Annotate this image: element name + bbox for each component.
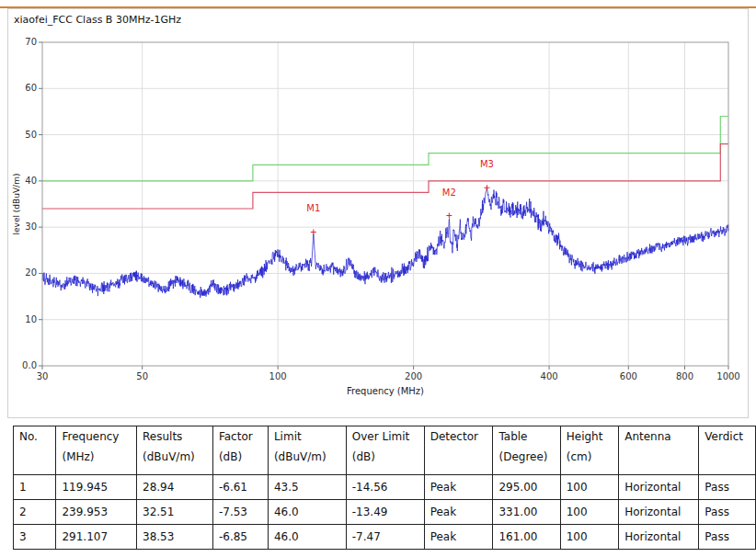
x-tick-label: 50	[136, 371, 148, 381]
table-cell: 32.51	[137, 500, 213, 525]
y-tick-label: 40	[25, 176, 37, 186]
column-unit: (Degree)	[498, 450, 554, 463]
table-cell: 43.5	[268, 475, 346, 500]
results-table-header: No.Frequency(MHz)Results(dBuV/m)Factor(d…	[14, 426, 756, 475]
table-cell: 239.953	[56, 500, 137, 525]
table-cell: 3	[14, 525, 56, 550]
y-axis-label: level (dBuV/m)	[12, 174, 21, 235]
column-unit: (dB)	[352, 450, 418, 463]
column-title: No.	[19, 430, 38, 443]
table-cell: 38.53	[137, 525, 213, 550]
table-cell: 291.107	[56, 525, 137, 550]
column-title: Limit	[274, 430, 302, 443]
column-header: Detector	[424, 426, 493, 475]
column-header: Over Limit(dB)	[346, 426, 424, 475]
y-tick-label: 30	[25, 222, 37, 232]
column-unit: (dB)	[219, 450, 262, 463]
column-title: Verdict	[704, 430, 743, 443]
marker-M2-label: M2	[442, 188, 456, 198]
table-cell: Peak	[424, 475, 493, 500]
y-tick-label: 60	[25, 83, 37, 93]
table-cell: 295.00	[493, 475, 560, 500]
x-tick-label: 800	[676, 371, 693, 381]
table-cell: 46.0	[268, 525, 346, 550]
column-title: Height	[567, 430, 603, 443]
column-header: Height(cm)	[560, 426, 618, 475]
table-cell: Peak	[424, 500, 493, 525]
x-tick-label: 100	[269, 371, 287, 381]
y-tick-label: 0.0	[22, 360, 37, 370]
column-title: Factor	[219, 430, 253, 443]
table-cell: -14.56	[346, 475, 424, 500]
table-cell: Pass	[699, 525, 756, 550]
column-unit: (dBuV/m)	[274, 450, 340, 463]
column-header: Factor(dB)	[212, 426, 268, 475]
x-tick-label: 1000	[716, 371, 739, 381]
x-axis-label: Frequency (MHz)	[347, 386, 424, 396]
x-tick-label: 600	[620, 371, 637, 381]
chart-panel: M1M2M3305010020040060080010000.010203040…	[7, 8, 749, 418]
column-title: Frequency	[62, 430, 119, 443]
plot-area	[42, 42, 728, 366]
y-tick-label: 10	[25, 314, 37, 324]
table-cell: 119.945	[56, 475, 137, 500]
table-cell: -6.85	[212, 525, 268, 550]
chart-title: xiaofei_FCC Class B 30MHz-1GHz	[14, 14, 181, 26]
results-table-body: 1119.94528.94-6.6143.5-14.56Peak295.0010…	[14, 475, 756, 550]
y-tick-label: 20	[25, 267, 37, 278]
results-table: No.Frequency(MHz)Results(dBuV/m)Factor(d…	[13, 426, 756, 550]
table-row: 3291.10738.53-6.8546.0-7.47Peak161.00100…	[14, 525, 756, 550]
table-cell: Peak	[424, 525, 493, 550]
column-header: Limit(dBuV/m)	[268, 426, 346, 475]
table-cell: 161.00	[493, 525, 560, 550]
table-cell: -6.61	[212, 475, 268, 500]
table-cell: -7.53	[212, 500, 268, 525]
table-cell: 2	[14, 500, 56, 525]
table-cell: Horizontal	[619, 475, 699, 500]
table-cell: Horizontal	[619, 525, 699, 550]
column-unit: (cm)	[567, 450, 613, 463]
column-title: Over Limit	[352, 430, 409, 443]
table-cell: 28.94	[137, 475, 213, 500]
column-header: Verdict	[699, 426, 756, 475]
table-cell: -7.47	[346, 525, 424, 550]
spectrum-chart: M1M2M3305010020040060080010000.010203040…	[8, 9, 746, 415]
column-title: Antenna	[624, 430, 670, 443]
column-header: Frequency(MHz)	[56, 426, 137, 475]
column-header: No.	[14, 426, 56, 475]
table-cell: Pass	[699, 500, 756, 525]
table-cell: -13.49	[346, 500, 424, 525]
y-tick-label: 50	[25, 130, 37, 140]
marker-M1-label: M1	[306, 203, 320, 213]
marker-M3-label: M3	[480, 159, 494, 169]
column-header: Antenna	[619, 426, 699, 475]
table-cell: Horizontal	[619, 500, 699, 525]
column-title: Results	[143, 430, 182, 443]
column-title: Detector	[430, 430, 478, 443]
table-cell: 100	[560, 500, 618, 525]
table-cell: 46.0	[268, 500, 346, 525]
table-cell: 100	[560, 525, 618, 550]
column-header: Results(dBuV/m)	[137, 426, 213, 475]
header-row: No.Frequency(MHz)Results(dBuV/m)Factor(d…	[14, 426, 756, 475]
table-cell: 331.00	[493, 500, 560, 525]
x-tick-label: 400	[541, 371, 558, 381]
column-unit: (MHz)	[62, 450, 131, 463]
table-cell: 1	[14, 475, 56, 500]
x-tick-label: 30	[37, 371, 49, 381]
table-row: 2239.95332.51-7.5346.0-13.49Peak331.0010…	[14, 500, 756, 525]
table-cell: 100	[560, 475, 618, 500]
table-row: 1119.94528.94-6.6143.5-14.56Peak295.0010…	[14, 475, 756, 500]
column-title: Table	[498, 430, 527, 443]
x-tick-label: 200	[405, 371, 422, 381]
column-header: Table(Degree)	[493, 426, 560, 475]
table-cell: Pass	[699, 475, 756, 500]
column-unit: (dBuV/m)	[143, 450, 207, 463]
y-tick-label: 70	[25, 37, 37, 47]
